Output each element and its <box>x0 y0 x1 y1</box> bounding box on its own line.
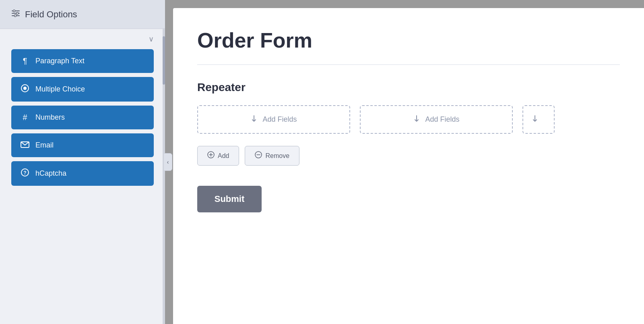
field-btn-multiple-choice-label: Multiple Choice <box>35 85 85 93</box>
hcaptcha-icon: ? <box>20 168 30 179</box>
add-fields-label-2: Add Fields <box>425 115 459 124</box>
field-btn-email[interactable]: Email <box>11 133 154 157</box>
svg-point-4 <box>17 12 19 15</box>
svg-point-7 <box>23 87 27 90</box>
remove-row-label: Remove <box>265 152 289 160</box>
svg-point-3 <box>13 10 15 12</box>
remove-row-button[interactable]: Remove <box>245 146 299 166</box>
add-fields-box-3[interactable] <box>522 105 555 134</box>
sidebar: Field Options ∨ ¶ Paragraph Text Multipl… <box>0 0 165 324</box>
add-row-icon <box>207 151 215 160</box>
repeater-actions: Add Remove <box>197 146 620 166</box>
multiple-choice-icon <box>20 84 30 94</box>
paragraph-text-icon: ¶ <box>20 56 30 66</box>
add-row-button[interactable]: Add <box>197 146 239 166</box>
chevron-down-icon[interactable]: ∨ <box>149 35 154 44</box>
add-fields-icon-2 <box>413 115 420 124</box>
sidebar-title: Field Options <box>25 9 77 20</box>
add-fields-box-2[interactable]: Add Fields <box>360 105 513 134</box>
field-btn-multiple-choice[interactable]: Multiple Choice <box>11 77 154 102</box>
field-btn-paragraph-text-label: Paragraph Text <box>35 57 85 65</box>
add-fields-label-1: Add Fields <box>262 115 297 124</box>
sidebar-scrollbar-thumb <box>163 36 165 85</box>
add-fields-icon-1 <box>250 115 258 124</box>
sidebar-header: Field Options <box>0 0 165 29</box>
numbers-icon: # <box>20 113 30 122</box>
svg-point-5 <box>14 15 17 17</box>
add-row-label: Add <box>218 152 229 160</box>
form-title: Order Form <box>197 28 620 52</box>
remove-row-icon <box>255 151 262 160</box>
form-canvas: Order Form Repeater Add Fields Add Fie <box>173 8 644 324</box>
svg-text:?: ? <box>23 170 26 176</box>
field-btn-hcaptcha-label: hCaptcha <box>35 169 66 178</box>
field-btn-email-label: Email <box>35 141 54 150</box>
field-btn-numbers[interactable]: # Numbers <box>11 106 154 129</box>
submit-button[interactable]: Submit <box>197 186 262 212</box>
sidebar-scrollbar[interactable] <box>163 28 165 324</box>
main-content: Order Form Repeater Add Fields Add Fie <box>165 0 644 324</box>
add-fields-icon-3 <box>531 115 539 124</box>
field-btn-hcaptcha[interactable]: ? hCaptcha <box>11 161 154 186</box>
form-divider <box>197 64 620 65</box>
sidebar-items: ¶ Paragraph Text Multiple Choice # Numbe… <box>0 48 165 324</box>
field-options-icon <box>11 9 20 20</box>
sidebar-chevron-row: ∨ <box>0 29 165 48</box>
email-icon <box>20 141 30 150</box>
repeater-section-title: Repeater <box>197 81 620 94</box>
sidebar-collapse-button[interactable]: ‹ <box>163 153 172 171</box>
add-fields-box-1[interactable]: Add Fields <box>197 105 350 134</box>
field-btn-numbers-label: Numbers <box>35 113 65 122</box>
field-btn-paragraph-text[interactable]: ¶ Paragraph Text <box>11 49 154 73</box>
repeater-fields-row: Add Fields Add Fields <box>197 105 620 134</box>
